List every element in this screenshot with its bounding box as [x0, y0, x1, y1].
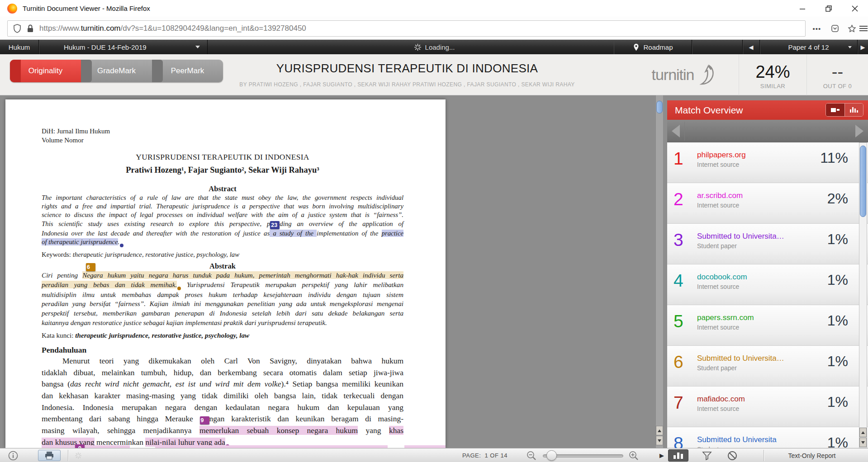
- match-nav-bar: [667, 120, 868, 142]
- scroll-down-button[interactable]: [859, 438, 867, 447]
- document-viewport: DiH: Jurnal Ilmu HukumVolume NomorYURISP…: [0, 95, 868, 448]
- source-domain[interactable]: philpapers.org: [697, 151, 746, 160]
- matched-text[interactable]: of therapeutic jurisprudence: [42, 238, 118, 245]
- matched-text[interactable]: peradilan yang bebas dan tidak memihak.: [42, 281, 177, 288]
- source-type: Internet source: [697, 161, 739, 168]
- tab-originality[interactable]: Originality: [10, 60, 81, 82]
- source-type: Student paper: [697, 242, 737, 250]
- doc-text: implementation of the: [317, 230, 381, 237]
- doc-text: DiH: Jurnal Ilmu Hukum: [42, 127, 110, 135]
- doc-text: peradilan yang bersifat “fairness”. Kaji…: [42, 300, 403, 307]
- match-badge[interactable]: 6: [86, 263, 95, 271]
- text-only-report-button[interactable]: Text-Only Report: [764, 448, 859, 462]
- source-row[interactable]: 3Submitted to Universita…Student paper1%: [667, 224, 868, 264]
- shield-icon[interactable]: [13, 24, 21, 33]
- source-type: Student paper: [697, 364, 737, 372]
- doc-line: DiH: Jurnal Ilmu Hukum: [42, 127, 403, 136]
- zoom-out-icon[interactable]: [526, 448, 537, 462]
- source-row[interactable]: 5papers.ssrn.comInternet source1%: [667, 305, 868, 346]
- source-number: 5: [674, 311, 693, 331]
- match-marker-dot[interactable]: [120, 244, 123, 247]
- nav-right-icon[interactable]: [855, 125, 863, 137]
- scroll-up-button[interactable]: [656, 426, 663, 435]
- menu-icon[interactable]: [858, 23, 868, 34]
- doc-text: .: [118, 238, 120, 245]
- spinner-icon: [414, 43, 422, 51]
- restore-button[interactable]: [816, 0, 842, 17]
- match-overview-button[interactable]: [668, 449, 688, 462]
- source-domain[interactable]: Submitted to Universita: [697, 435, 777, 444]
- tab-grademark[interactable]: GradeMark: [81, 60, 152, 82]
- match-marker-dot[interactable]: [177, 287, 181, 290]
- minimize-button[interactable]: [789, 0, 816, 17]
- paper-byline: BY PRATIWI HOZENG , FAJAR SUGIANTO , SEK…: [190, 81, 624, 88]
- doc-text: Yurisprudensi Terapeutik merupakan persp…: [181, 281, 403, 288]
- exclude-icon[interactable]: [727, 448, 738, 462]
- window-title: Turnitin Document Viewer - Mozilla Firef…: [23, 5, 150, 12]
- info-icon[interactable]: [8, 448, 18, 462]
- doc-text: ).⁴ Setiap bangsa memiliki keunikan: [281, 379, 403, 388]
- source-domain[interactable]: Submitted to Universita…: [697, 354, 784, 363]
- source-row[interactable]: 8Submitted to UniversitaStudent paper1%: [667, 427, 868, 448]
- doc-line: peradilan yang bebas dan tidak memihak. …: [42, 280, 403, 290]
- source-domain[interactable]: Submitted to Universita…: [697, 232, 784, 241]
- class-tab[interactable]: Hukum: [0, 40, 39, 54]
- source-domain[interactable]: papers.ssrn.com: [697, 313, 754, 322]
- source-domain[interactable]: mafiadoc.com: [697, 395, 745, 404]
- source-domain[interactable]: docobook.com: [697, 273, 747, 282]
- zoom-slider-thumb[interactable]: [546, 450, 557, 461]
- match-overview-title: Match Overview: [675, 105, 743, 116]
- source-domain[interactable]: ar.scribd.com: [697, 191, 743, 200]
- matched-text[interactable]: practice: [382, 230, 403, 237]
- bookmark-star-icon[interactable]: [846, 23, 857, 34]
- scrollbar-thumb[interactable]: [656, 101, 663, 113]
- scroll-up-button[interactable]: [859, 428, 867, 437]
- filter-icon[interactable]: [702, 448, 712, 462]
- source-row[interactable]: 6Submitted to Universita…Student paper1%: [667, 346, 868, 387]
- paper-nav-dropdown[interactable]: Paper 4 of 12: [760, 40, 858, 54]
- url-field[interactable]: https://www.turnitin.com/dv?s=1&u=108290…: [7, 20, 806, 37]
- sidebar-scrollbar[interactable]: [859, 142, 867, 448]
- source-row[interactable]: 1philpapers.orgInternet source11%: [667, 142, 868, 183]
- assignment-dropdown[interactable]: Hukum - DUE 14-Feb-2019: [39, 40, 208, 54]
- collapse-sidebar-icon[interactable]: ▶: [659, 448, 665, 462]
- next-paper-button[interactable]: ▶: [858, 40, 868, 54]
- print-button[interactable]: [38, 450, 61, 461]
- document-scrollbar[interactable]: [655, 95, 664, 448]
- matched-text[interactable]: Negara hukum yaitu negara harus tunduk p…: [82, 271, 403, 279]
- match-overview-panel: Match Overview 1philpapers.orgInternet s…: [667, 100, 868, 448]
- doc-line: dan kekhasan karakter masing-masing yang…: [42, 390, 403, 402]
- source-type: Internet source: [697, 405, 739, 412]
- matched-text[interactable]: a study of the: [270, 230, 317, 237]
- close-button[interactable]: [842, 0, 868, 17]
- page-actions-icon[interactable]: •••: [811, 23, 822, 34]
- previous-paper-button[interactable]: ◀: [743, 40, 760, 54]
- match-badge[interactable]: 9: [200, 416, 209, 424]
- grade-score: -- OUT OF 0: [806, 54, 868, 95]
- scroll-down-button[interactable]: [656, 436, 663, 445]
- doc-text: science to discuss the impact of legal p…: [42, 211, 403, 218]
- zoom-in-icon[interactable]: [628, 448, 639, 462]
- matched-text[interactable]: khas: [389, 426, 403, 435]
- doc-line: bangsa (das recht wird nicht gemacht, es…: [42, 378, 403, 390]
- lock-icon[interactable]: [27, 24, 34, 33]
- match-badge[interactable]: 9: [75, 444, 85, 448]
- nav-left-icon[interactable]: [672, 125, 680, 137]
- source-row[interactable]: 2ar.scribd.comInternet source2%: [667, 183, 868, 224]
- matched-text[interactable]: memerlukan sebuah konsep negara hukum: [199, 426, 358, 435]
- list-view-button[interactable]: [826, 104, 844, 116]
- document-page: DiH: Jurnal Ilmu HukumVolume NomorYURISP…: [5, 99, 446, 448]
- scrollbar-thumb[interactable]: [860, 146, 866, 217]
- loading-indicator: Loading...: [389, 40, 479, 54]
- roadmap-button[interactable]: Roadmap: [614, 40, 692, 54]
- graph-view-button[interactable]: [844, 104, 863, 116]
- source-row[interactable]: 4docobook.comInternet source1%: [667, 264, 868, 305]
- source-row[interactable]: 7mafiadoc.comInternet source1%: [667, 387, 868, 427]
- doc-line: Keywords: therapeutic jurisprudence, res…: [42, 250, 403, 259]
- doc-line: The important characteristics of a rule …: [42, 193, 403, 202]
- source-percent: 1%: [827, 272, 848, 288]
- doc-line: Kata kunci: therapeutic jurisprudence, r…: [42, 330, 403, 340]
- match-badge[interactable]: 23: [270, 221, 280, 229]
- bottom-toolbar: PAGE: 1 OF 14 ▶ Text-Only Report: [0, 448, 868, 462]
- pocket-icon[interactable]: [830, 23, 840, 34]
